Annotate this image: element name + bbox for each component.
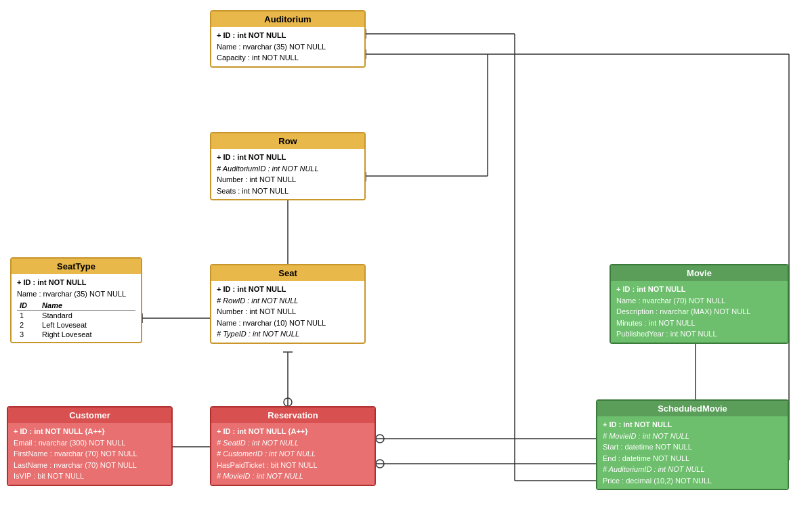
svg-point-31 [376,460,384,468]
field: # AuditoriumID : int NOT NULL [217,163,359,175]
field: + ID : int NOT NULL [217,152,359,163]
field: Price : decimal (10,2) NOT NULL [603,475,782,487]
field: + ID : int NOT NULL [603,419,782,431]
field: Email : nvarchar (300) NOT NULL [14,437,166,449]
entity-auditorium-header: Auditorium [211,12,364,27]
field: # RowID : int NOT NULL [217,295,359,307]
field: PublishedYear : int NOT NULL [616,328,782,340]
field: Capacity : int NOT NULL [217,52,359,64]
entity-scheduledmovie-header: ScheduledMovie [597,401,788,416]
field: Minutes : int NOT NULL [616,317,782,329]
enum-row: 2 Left Loveseat [17,320,135,330]
field: Description : nvarchar (MAX) NOT NULL [616,306,782,317]
field: # AuditoriumID : int NOT NULL [603,464,782,475]
enum-cell: Standard [39,311,135,321]
field: + ID : int NOT NULL {A++} [14,426,166,437]
entity-reservation-body: + ID : int NOT NULL {A++} # SeatID : int… [211,423,375,485]
field: Start : datetime NOT NULL [603,441,782,453]
field: Number : int NOT NULL [217,174,359,185]
entity-reservation-header: Reservation [211,408,375,423]
entity-row: Row + ID : int NOT NULL # AuditoriumID :… [210,132,366,200]
entity-seattype-header: SeatType [12,259,141,274]
field: + ID : int NOT NULL {A++} [217,426,369,437]
field: # MovieID : int NOT NULL [217,470,369,482]
field: LastName : nvarchar (70) NOT NULL [14,460,166,471]
entity-customer-body: + ID : int NOT NULL {A++} Email : nvarch… [8,423,171,485]
entity-row-header: Row [211,133,364,149]
field: # SeatID : int NOT NULL [217,437,369,449]
field: Name : nvarchar (10) NOT NULL [217,317,359,329]
field: + ID : int NOT NULL [616,284,782,295]
entity-auditorium-body: + ID : int NOT NULL Name : nvarchar (35)… [211,27,364,66]
enum-col-id: ID [17,301,39,311]
entity-reservation: Reservation + ID : int NOT NULL {A++} # … [210,406,376,486]
enum-table: ID Name 1 Standard 2 Left Loveseat 3 [17,301,135,339]
entity-scheduledmovie-body: + ID : int NOT NULL # MovieID : int NOT … [597,416,788,489]
enum-cell: Left Loveseat [39,320,135,330]
field: Name : nvarchar (35) NOT NULL [17,288,135,300]
field: IsVIP : bit NOT NULL [14,470,166,482]
enum-cell: 2 [17,320,39,330]
enum-cell: Right Loveseat [39,330,135,339]
svg-point-39 [376,435,384,443]
entity-auditorium: Auditorium + ID : int NOT NULL Name : nv… [210,10,366,68]
diagram-container: Auditorium + ID : int NOT NULL Name : nv… [0,0,812,526]
enum-row: 3 Right Loveseat [17,330,135,339]
field: Number : int NOT NULL [217,306,359,317]
field: FirstName : nvarchar (70) NOT NULL [14,448,166,460]
field: HasPaidTicket : bit NOT NULL [217,460,369,471]
enum-cell: 1 [17,311,39,321]
entity-seat: Seat + ID : int NOT NULL # RowID : int N… [210,264,366,344]
field: Name : nvarchar (70) NOT NULL [616,295,782,307]
entity-movie: Movie + ID : int NOT NULL Name : nvarcha… [610,264,789,344]
entity-row-body: + ID : int NOT NULL # AuditoriumID : int… [211,149,364,199]
entity-seattype-body: + ID : int NOT NULL Name : nvarchar (35)… [12,274,141,342]
field: # MovieID : int NOT NULL [603,431,782,442]
field: # TypeID : int NOT NULL [217,328,359,340]
enum-cell: 3 [17,330,39,339]
field: Seats : int NOT NULL [217,185,359,197]
field: + ID : int NOT NULL [17,277,135,288]
entity-customer-header: Customer [8,408,171,423]
entity-scheduledmovie: ScheduledMovie + ID : int NOT NULL # Mov… [596,399,789,490]
entity-movie-body: + ID : int NOT NULL Name : nvarchar (70)… [611,281,788,343]
entity-seat-body: + ID : int NOT NULL # RowID : int NOT NU… [211,281,364,343]
field: Name : nvarchar (35) NOT NULL [217,41,359,53]
field: # CustomerID : int NOT NULL [217,448,369,460]
enum-row: 1 Standard [17,311,135,321]
field: End : datetime NOT NULL [603,453,782,464]
entity-seattype: SeatType + ID : int NOT NULL Name : nvar… [10,257,142,343]
entity-seat-header: Seat [211,265,364,281]
svg-point-23 [284,398,292,406]
entity-customer: Customer + ID : int NOT NULL {A++} Email… [7,406,173,486]
enum-col-name: Name [39,301,135,311]
field: + ID : int NOT NULL [217,284,359,295]
entity-movie-header: Movie [611,265,788,281]
field: + ID : int NOT NULL [217,30,359,41]
